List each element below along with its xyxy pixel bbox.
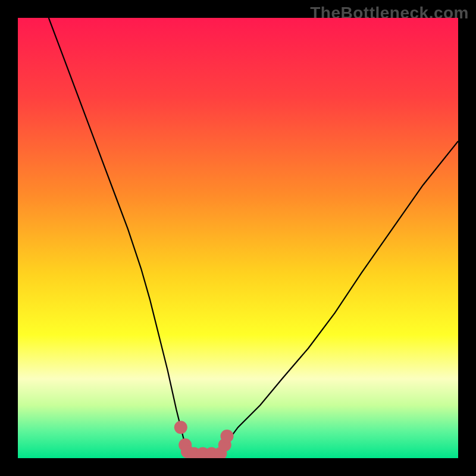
marker-dot [221,430,234,443]
chart-frame: TheBottleneck.com [0,0,476,476]
bottleneck-chart [18,18,458,458]
marker-dot [174,421,187,434]
plot-area [18,18,458,458]
gradient-background [18,18,458,458]
